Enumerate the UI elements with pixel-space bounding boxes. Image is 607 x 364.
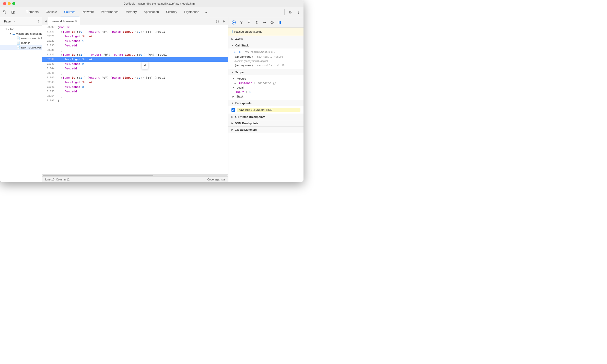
minimize-button[interactable]	[8, 2, 11, 5]
section-watch-header[interactable]: Watch	[228, 36, 304, 42]
input-key: input	[236, 90, 244, 94]
tree-item-raw-module-html[interactable]: 📄 raw-module.html	[0, 36, 42, 41]
tree-item-main-js[interactable]: 📄 main.js	[0, 41, 42, 45]
line-addr-4: 0x035	[42, 43, 55, 48]
xhr-label: XHR/fetch Breakpoints	[235, 115, 265, 118]
callstack-item-b[interactable]: ► b raw-module.wasm:0x39	[228, 50, 304, 54]
line-content-4: f64.add	[55, 43, 228, 48]
code-line-0x097[interactable]: 0x097)	[42, 99, 228, 103]
line-addr-0: 0x000	[42, 25, 55, 30]
editor-tabs: ◀ raw-module.wasm × { } ▶	[42, 17, 228, 25]
step-into-button[interactable]	[246, 19, 252, 26]
tab-sources[interactable]: Sources	[61, 7, 79, 17]
breakpoints-content: raw-module.wasm:0x39	[228, 106, 304, 114]
code-area[interactable]: 0x000(module0x027 (func $a (;0;) (export…	[42, 25, 228, 174]
code-line-0x02a[interactable]: 0x02a local.get $input	[42, 34, 228, 39]
code-line-0x046[interactable]: 0x046 (func $c (;2;) (export "c") (param…	[42, 76, 228, 80]
code-line-0x048[interactable]: 0x048 local.get $input	[42, 80, 228, 85]
line-addr-11: 0x046	[42, 76, 55, 80]
editor-tab-close[interactable]: ×	[75, 19, 77, 23]
tab-console[interactable]: Console	[42, 7, 61, 17]
code-line-0x037[interactable]: 0x037 (func $b (;1;) (export "b") (param…	[42, 53, 228, 57]
step-button[interactable]	[261, 19, 268, 26]
local-expand-arrow	[232, 86, 235, 89]
section-xhr-breakpoints: XHR/fetch Breakpoints	[228, 114, 304, 120]
editor-tab-prev[interactable]: ◀	[43, 18, 48, 24]
code-line-0x044[interactable]: 0x044 f64.add	[42, 66, 228, 71]
scope-stack-header[interactable]: Stack	[228, 94, 304, 99]
svg-marker-4	[233, 22, 235, 23]
code-line-0x02c[interactable]: 0x02c f64.const 1	[42, 39, 228, 43]
step-out-button[interactable]	[253, 19, 260, 26]
editor-tab-wasm[interactable]: raw-module.wasm ×	[48, 17, 80, 25]
step-over-button[interactable]	[238, 19, 245, 26]
code-line-0x03b[interactable]: 0x03b f64.const 2	[42, 62, 228, 66]
tab-performance[interactable]: Performance	[97, 7, 122, 17]
section-breakpoints-header[interactable]: Breakpoints	[228, 100, 304, 106]
inspect-element-button[interactable]	[2, 9, 9, 16]
callstack-label: Call Stack	[235, 44, 249, 47]
tab-elements[interactable]: Elements	[22, 7, 42, 17]
code-line-0x035[interactable]: 0x035 f64.add	[42, 43, 228, 48]
code-line-0x039[interactable]: 0x039 local.get $input	[42, 57, 228, 62]
callstack-item-anon1[interactable]: (anonymous) raw-module.html:9	[228, 54, 304, 59]
dom-label: DOM Breakpoints	[235, 122, 258, 125]
tree-item-origin[interactable]: ▼ ☁ wasm-dbg-stories.netlify	[0, 31, 42, 36]
device-toolbar-button[interactable]	[10, 9, 17, 16]
scope-module-header[interactable]: Module	[228, 76, 304, 81]
file-panel-header: Page » ⋮	[0, 17, 42, 26]
pretty-print-button[interactable]: { }	[215, 18, 220, 24]
frame-fn-b: b	[239, 50, 241, 54]
more-tabs-button[interactable]: »	[203, 7, 209, 17]
toolbar-divider-2	[284, 9, 285, 15]
close-button[interactable]	[3, 2, 6, 5]
tree-item-raw-module-wasm[interactable]: 📄 raw-module.wasm	[0, 45, 42, 50]
deactivate-breakpoints-button[interactable]	[269, 19, 275, 26]
breakpoint-label-wasm[interactable]: raw-module.wasm:0x39	[237, 108, 300, 112]
resume-button[interactable]	[230, 19, 237, 26]
section-dom-header[interactable]: DOM Breakpoints	[228, 120, 304, 126]
customize-button[interactable]: ⋮	[295, 9, 302, 16]
code-line-0x036[interactable]: 0x036 )	[42, 48, 228, 53]
callstack-item-anon2[interactable]: (anonymous) raw-module.html:10	[228, 63, 304, 68]
maximize-button[interactable]	[12, 2, 15, 5]
line-content-13: f64.const 3	[55, 85, 228, 89]
breakpoint-checkbox-wasm[interactable]	[231, 108, 235, 112]
tree-item-top[interactable]: ▼ ▫ top	[0, 27, 42, 31]
panel-tab-page[interactable]: Page	[2, 19, 13, 24]
run-snippet-button[interactable]: ▶	[221, 18, 227, 24]
paused-icon: ℹ	[231, 30, 233, 34]
code-line-0x000[interactable]: 0x000(module	[42, 25, 228, 30]
panel-options-button[interactable]: ⋮	[37, 20, 40, 23]
tab-security[interactable]: Security	[162, 7, 181, 17]
xhr-arrow	[231, 116, 233, 118]
devtools-container: Elements Console Sources Network Perform…	[0, 7, 304, 182]
code-line-0x04a[interactable]: 0x04a f64.const 3	[42, 85, 228, 89]
line-addr-6: 0x037	[42, 53, 55, 57]
section-scope-header[interactable]: Scope	[228, 69, 304, 75]
callstack-async-separator: await in (anonymous) (async)	[228, 59, 304, 63]
section-xhr-header[interactable]: XHR/fetch Breakpoints	[228, 114, 304, 120]
line-content-0: (module	[55, 25, 228, 30]
editor-controls: { } ▶	[215, 18, 227, 24]
tab-application[interactable]: Application	[140, 7, 162, 17]
settings-button[interactable]: ⚙	[287, 9, 294, 16]
horizontal-scrollbar[interactable]	[42, 174, 228, 176]
tab-lighthouse[interactable]: Lighthouse	[181, 7, 203, 17]
scope-local-header[interactable]: Local	[228, 85, 304, 90]
line-content-11: (func $c (;2;) (export "c") (param $inpu…	[55, 76, 228, 80]
main-content: Page » ⋮ ▼ ▫ top ▼ ☁ wasm-dbg-st	[0, 17, 304, 182]
tab-memory[interactable]: Memory	[122, 7, 140, 17]
panel-more-button[interactable]: »	[14, 20, 15, 23]
code-line-0x027[interactable]: 0x027 (func $a (;0;) (export "a") (param…	[42, 30, 228, 34]
code-line-0x045[interactable]: 0x045 )	[42, 71, 228, 76]
scroll-thumb[interactable]	[43, 175, 153, 176]
tab-network[interactable]: Network	[79, 7, 97, 17]
pause-on-exceptions-button[interactable]	[276, 19, 283, 26]
section-callstack-header[interactable]: Call Stack	[228, 42, 304, 48]
code-line-0x053[interactable]: 0x053 f64.add	[42, 89, 228, 94]
code-line-0x054[interactable]: 0x054 )	[42, 94, 228, 99]
scroll-track[interactable]	[43, 175, 227, 176]
instance-expand-arrow[interactable]	[235, 82, 236, 84]
section-global-listeners-header[interactable]: Global Listeners	[228, 127, 304, 133]
